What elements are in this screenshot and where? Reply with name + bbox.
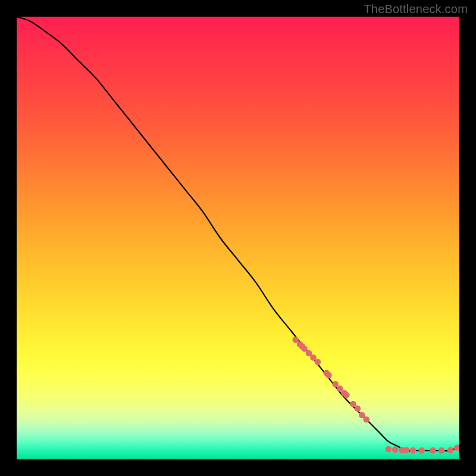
scatter-point	[325, 372, 332, 378]
scatter-point	[355, 405, 361, 412]
chart-overlay-svg	[17, 17, 459, 459]
scatter-point	[363, 416, 369, 423]
scatter-point	[439, 447, 445, 454]
chart-plot-area	[17, 17, 459, 459]
scatter-point	[386, 446, 392, 453]
scatter-point	[447, 447, 454, 453]
scatter-point	[430, 447, 436, 454]
scatter-point	[315, 359, 321, 365]
scatter-point	[392, 446, 399, 453]
scatter-point	[343, 392, 350, 399]
scatter-points-group	[292, 337, 459, 454]
scatter-point	[454, 444, 459, 451]
scatter-point	[410, 447, 416, 454]
bottleneck-curve-path	[17, 17, 459, 451]
scatter-point	[403, 447, 409, 453]
watermark-text: TheBottleneck.com	[364, 2, 468, 16]
scatter-point	[418, 447, 425, 454]
